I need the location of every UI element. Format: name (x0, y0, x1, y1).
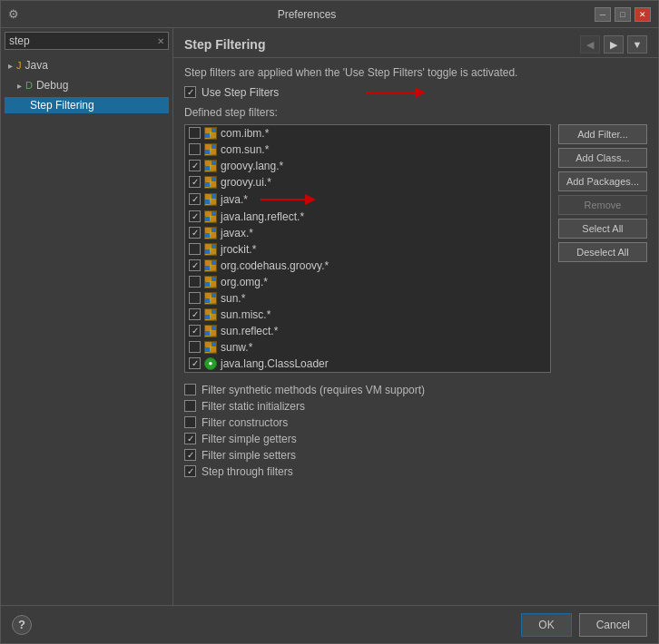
filter-icon-grid (204, 243, 217, 256)
filter-label: groovy.lang.* (221, 160, 283, 172)
panel-nav: ◀ ▶ ▼ (580, 35, 647, 54)
nav-back-button[interactable]: ◀ (580, 35, 600, 54)
sidebar-item-label-java: Java (25, 59, 48, 72)
filter-checkbox[interactable] (189, 292, 201, 304)
search-input[interactable] (9, 34, 157, 47)
filter-checkbox[interactable] (189, 193, 201, 205)
filter-item[interactable]: ●java.lang.ClassLoader (185, 356, 550, 372)
filter-item[interactable]: sunw.* (185, 339, 550, 356)
filter-checkbox[interactable] (189, 227, 201, 239)
filter-icon-grid (204, 325, 217, 337)
bottom-checkbox[interactable] (184, 400, 196, 412)
filter-item[interactable]: com.sun.* (185, 141, 550, 158)
nav-forward-button[interactable]: ▶ (604, 35, 624, 54)
filter-item[interactable]: jrockit.* (185, 241, 550, 258)
tree-arrow-debug: ▸ (17, 81, 22, 91)
bottom-checkbox[interactable] (184, 449, 196, 461)
filter-checkbox[interactable] (189, 357, 201, 369)
filter-item[interactable]: sun.misc.* (185, 307, 550, 323)
sidebar-item-debug[interactable]: ▸ D Debug (5, 77, 169, 93)
filter-checkbox[interactable] (189, 176, 201, 188)
sidebar-item-step-filtering[interactable]: Step Filtering (5, 97, 169, 113)
title-bar-left: ⚙ (8, 7, 19, 21)
deselect-all-button[interactable]: Deselect All (558, 242, 647, 262)
filter-icon-green: ● (204, 357, 217, 370)
filter-label: org.omg.* (221, 276, 268, 288)
filter-label: org.codehaus.groovy.* (221, 259, 329, 272)
bottom-check-row: Filter simple setters (184, 449, 647, 462)
filter-label: javax.* (221, 227, 253, 239)
use-step-filters-row: Use Step Filters (184, 86, 647, 99)
use-step-filters-checkbox[interactable] (184, 86, 196, 98)
arrow-annotation-2 (261, 192, 333, 207)
filter-item[interactable]: org.codehaus.groovy.* (185, 258, 550, 274)
nav-dropdown-button[interactable]: ▼ (627, 35, 647, 54)
bottom-check-row: Filter constructors (184, 416, 647, 429)
bottom-checkbox[interactable] (184, 384, 196, 395)
ok-button[interactable]: OK (521, 613, 571, 637)
tree-arrow-java: ▸ (8, 61, 13, 71)
filter-icon-grid (204, 292, 217, 305)
filter-icon-grid (204, 176, 217, 189)
maximize-button[interactable]: □ (615, 7, 631, 22)
filter-icon-grid (204, 308, 217, 321)
filter-item[interactable]: java.* (185, 190, 550, 209)
window-content: ✕ ▸ J Java ▸ D Debug Step Filtering Step… (1, 28, 658, 605)
search-clear-icon[interactable]: ✕ (157, 36, 164, 46)
add-filter-button[interactable]: Add Filter... (558, 124, 647, 144)
filter-item[interactable]: sun.reflect.* (185, 323, 550, 339)
filter-checkbox[interactable] (189, 259, 201, 271)
select-all-button[interactable]: Select All (558, 219, 647, 239)
filter-item[interactable]: sun.* (185, 290, 550, 307)
filters-list[interactable]: com.ibm.*com.sun.*groovy.lang.*groovy.ui… (184, 124, 551, 373)
java-icon: J (16, 60, 22, 71)
add-packages-button[interactable]: Add Packages... (558, 171, 647, 191)
filter-item[interactable]: groovy.lang.* (185, 158, 550, 174)
filter-icon-grid (204, 276, 217, 288)
filter-checkbox[interactable] (189, 341, 201, 353)
bottom-checkbox[interactable] (184, 465, 196, 477)
filter-checkbox[interactable] (189, 210, 201, 222)
bottom-checkbox[interactable] (184, 416, 196, 428)
filter-icon-grid (204, 160, 217, 172)
sidebar-item-java[interactable]: ▸ J Java (5, 57, 169, 73)
filter-checkbox[interactable] (189, 325, 201, 337)
footer-right: OK Cancel (521, 613, 647, 637)
bottom-check-label: Filter simple setters (202, 449, 296, 462)
filter-item[interactable]: groovy.ui.* (185, 174, 550, 190)
defined-label: Defined step filters: (184, 106, 647, 119)
filter-label: com.ibm.* (221, 127, 269, 140)
bottom-check-row: Filter simple getters (184, 433, 647, 445)
filter-icon-grid (204, 143, 217, 156)
arrow-annotation-1 (366, 83, 438, 102)
add-class-button[interactable]: Add Class... (558, 148, 647, 168)
filter-checkbox[interactable] (189, 243, 201, 255)
bottom-checkbox[interactable] (184, 433, 196, 444)
filter-item[interactable]: org.omg.* (185, 274, 550, 290)
app-icon: ⚙ (8, 7, 19, 21)
filter-checkbox[interactable] (189, 160, 201, 171)
window-title: Preferences (19, 8, 595, 21)
sidebar: ✕ ▸ J Java ▸ D Debug Step Filtering (1, 28, 173, 605)
filter-checkbox[interactable] (189, 308, 201, 320)
filter-checkbox[interactable] (189, 276, 201, 288)
remove-button[interactable]: Remove (558, 195, 647, 215)
close-button[interactable]: ✕ (634, 7, 651, 22)
filter-checkbox[interactable] (189, 143, 201, 155)
filter-label: java.lang.reflect.* (221, 210, 304, 223)
filter-item[interactable]: com.ibm.* (185, 125, 550, 141)
use-step-filters-label: Use Step Filters (202, 86, 279, 99)
cancel-button[interactable]: Cancel (579, 613, 647, 637)
sidebar-item-label-step-filtering: Step Filtering (30, 99, 94, 112)
search-box: ✕ (5, 32, 169, 50)
filter-checkbox[interactable] (189, 127, 201, 139)
bottom-check-label: Step through filters (202, 465, 293, 478)
minimize-button[interactable]: ─ (595, 7, 611, 22)
main-panel: Step Filtering ◀ ▶ ▼ Step filters are ap… (173, 28, 658, 605)
filter-item[interactable]: javax.* (185, 225, 550, 241)
filter-label: jrockit.* (221, 243, 256, 256)
help-button[interactable]: ? (12, 615, 32, 635)
filter-label: sunw.* (221, 341, 252, 354)
bottom-check-row: Filter static initializers (184, 400, 647, 413)
filter-item[interactable]: java.lang.reflect.* (185, 209, 550, 225)
